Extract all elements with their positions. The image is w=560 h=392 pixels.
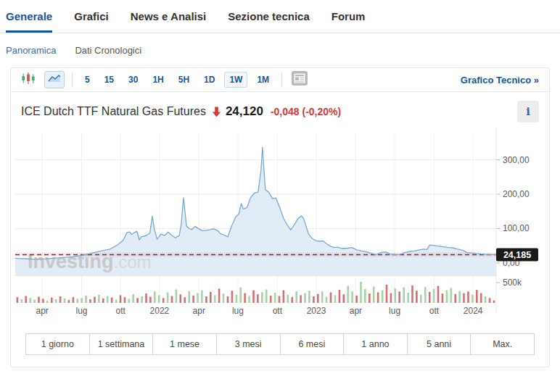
interval-group: 515301H5H1D1W1M xyxy=(80,72,274,88)
range-3-mesi[interactable]: 3 mesi xyxy=(216,333,281,355)
range-selector: 1 giorno1 settimana1 mese3 mesi6 mesi1 a… xyxy=(11,322,549,367)
svg-text:apr: apr xyxy=(350,306,362,316)
price-down-arrow-icon xyxy=(212,107,221,117)
svg-text:apr: apr xyxy=(36,306,48,316)
area-chart-icon xyxy=(47,72,62,87)
change-value: -0,048 xyxy=(271,106,300,117)
last-price: 24,120 xyxy=(226,104,263,119)
svg-text:ott: ott xyxy=(429,306,440,316)
technical-chart-label: Grafico Tecnico xyxy=(461,75,531,86)
tab-sezione-tecnica[interactable]: Sezione tecnica xyxy=(228,10,310,33)
instrument-name: ICE Dutch TTF Natural Gas Futures xyxy=(21,105,206,118)
svg-text:100,00: 100,00 xyxy=(503,223,530,233)
svg-text:2024: 2024 xyxy=(464,306,483,316)
tab-generale[interactable]: Generale xyxy=(6,10,52,33)
range-1-settimana[interactable]: 1 settimana xyxy=(89,333,154,355)
interval-1w[interactable]: 1W xyxy=(224,72,247,88)
interval-1d[interactable]: 1D xyxy=(199,72,220,88)
quote-header: ICE Dutch TTF Natural Gas Futures 24,120… xyxy=(11,92,549,128)
info-button[interactable]: i xyxy=(517,101,539,122)
sub-nav: PanoramicaDati Cronologici xyxy=(0,33,560,66)
subnav-dati-cronologici[interactable]: Dati Cronologici xyxy=(75,45,141,56)
svg-text:24,185: 24,185 xyxy=(503,250,531,260)
price-change: -0,048 (-0,20%) xyxy=(271,106,341,117)
svg-text:200,00: 200,00 xyxy=(503,189,530,199)
svg-text:ott: ott xyxy=(116,306,126,316)
svg-text:lug: lug xyxy=(75,306,87,316)
range-1-mese[interactable]: 1 mese xyxy=(152,333,217,355)
news-layout-icon xyxy=(291,70,308,89)
interval-1m[interactable]: 1M xyxy=(252,72,274,88)
interval-1h[interactable]: 1H xyxy=(147,72,168,88)
svg-text:apr: apr xyxy=(193,306,205,316)
svg-text:ott: ott xyxy=(273,306,283,316)
range-5-anni[interactable]: 5 anni xyxy=(407,333,472,355)
range-6-mesi[interactable]: 6 mesi xyxy=(280,333,345,355)
svg-text:lug: lug xyxy=(389,306,400,316)
toolbar-divider xyxy=(281,72,282,87)
range-1-anno[interactable]: 1 anno xyxy=(343,333,408,355)
interval-5h[interactable]: 5H xyxy=(173,72,194,88)
candlestick-icon xyxy=(21,72,36,88)
chart-toolbar: 515301H5H1D1W1M Grafico Tecnico » xyxy=(11,68,549,92)
main-tabs: GeneraleGraficiNews e AnalisiSezione tec… xyxy=(0,0,560,33)
interval-15[interactable]: 15 xyxy=(99,72,119,88)
tab-grafici[interactable]: Grafici xyxy=(74,10,109,33)
area-chart-button[interactable] xyxy=(44,71,65,88)
tab-forum[interactable]: Forum xyxy=(332,10,366,33)
change-percent: (-0,20%) xyxy=(302,106,341,117)
interval-30[interactable]: 30 xyxy=(123,72,143,88)
range-max[interactable]: Max. xyxy=(470,333,535,355)
svg-text:500k: 500k xyxy=(503,278,522,288)
svg-text:lug: lug xyxy=(232,306,244,316)
range-1-giorno[interactable]: 1 giorno xyxy=(25,333,90,355)
candlestick-chart-button[interactable] xyxy=(18,71,38,88)
svg-text:2023: 2023 xyxy=(307,306,326,316)
technical-chart-link[interactable]: Grafico Tecnico » xyxy=(461,75,542,86)
news-layout-button[interactable] xyxy=(289,71,310,88)
tab-news-e-analisi[interactable]: News e Analisi xyxy=(131,10,207,33)
chevron-right-icon: » xyxy=(534,75,539,86)
svg-text:300,00: 300,00 xyxy=(503,155,530,165)
price-chart[interactable]: 300,00200,00100,000,00Investing.com500ka… xyxy=(11,128,549,322)
interval-5[interactable]: 5 xyxy=(80,72,95,88)
info-icon: i xyxy=(526,105,530,118)
svg-text:2022: 2022 xyxy=(150,306,170,316)
toolbar-divider xyxy=(72,72,73,87)
quote-chart-card: 515301H5H1D1W1M Grafico Tecnico » ICE xyxy=(10,67,550,367)
subnav-panoramica[interactable]: Panoramica xyxy=(6,45,56,56)
price-chart-svg[interactable]: 300,00200,00100,000,00Investing.com500ka… xyxy=(12,128,548,319)
